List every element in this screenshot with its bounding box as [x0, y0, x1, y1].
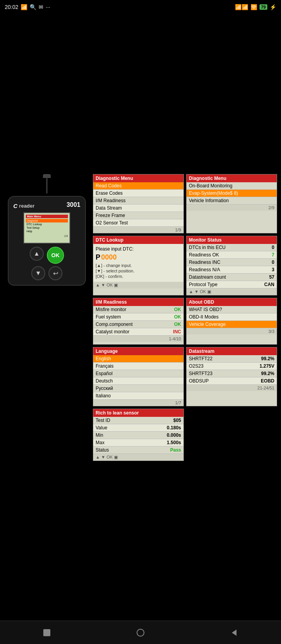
dtc-hint-1: [▲] - change input. — [96, 263, 181, 268]
signal-icon: 📶📶 — [235, 4, 248, 10]
ds-o2s23-row: O2S23 1.275V — [187, 363, 277, 370]
lang-francais[interactable]: Français — [93, 363, 183, 370]
scanner-model: 3001 — [66, 201, 80, 208]
battery-percent: 79 — [260, 4, 267, 10]
rtl-testid-row: Test ID $05 — [93, 417, 183, 424]
lang-deutsch[interactable]: Deutsch — [93, 377, 183, 385]
battery-icon: ⚡ — [270, 4, 276, 10]
device-screen-page: 1/4 — [26, 235, 68, 237]
about-obd-footer: 3/3 — [187, 328, 277, 334]
rich-to-lean-header: Rich to lean sensor — [93, 409, 183, 417]
diag-menu-2-footer: 2/9 — [187, 205, 277, 211]
about-obd-panel: About OBD WHAT IS OBD? OBD-II Modes Vehi… — [186, 298, 277, 345]
status-bar: 20:02 📶 🔍 ✉ ··· 📶📶 🛜 79 ⚡ — [0, 0, 281, 14]
datastream-panel: Datastream SHRTFT22 99.2% O2S23 1.275V S… — [186, 347, 277, 406]
lang-russian[interactable]: Русский — [93, 385, 183, 392]
rtl-max-row: Max 1.500s — [93, 439, 183, 447]
datastream-header: Datastream — [187, 347, 277, 355]
diag-menu-1-footer: 1/9 — [93, 227, 183, 233]
dtc-prompt: Please input DTC: — [96, 246, 181, 252]
diag-menu-2-vehicle-info[interactable]: Vehicle Information — [187, 197, 277, 205]
diag-menu-1-read-codes[interactable]: Read Codes — [93, 182, 183, 190]
diag-menu-1-data-stream[interactable]: Data Stream — [93, 205, 183, 212]
ds-obdsup-row: OBDSUP EOBD — [187, 377, 277, 385]
device-screen-item-dtc[interactable]: DTC Lookup — [26, 222, 68, 226]
nav-square-icon[interactable] — [39, 625, 55, 640]
dtc-input-area: Please input DTC: P0000 [▲] - change inp… — [93, 244, 183, 282]
bottom-nav — [0, 621, 281, 644]
dtc-hint-2: [▼] - select position. — [96, 269, 181, 273]
language-header: Language — [93, 347, 183, 355]
diagnostic-menu-2-panel: Diagnostic Menu On-Board Monitoring Evap… — [186, 174, 277, 233]
im-fuel-row: Fuel system OK — [93, 313, 183, 321]
cable-connector — [43, 174, 51, 178]
diag-menu-2-onboard[interactable]: On-Board Monitoring — [187, 182, 277, 190]
diag-menu-1-im-readiness[interactable]: I/M Readiness — [93, 197, 183, 205]
device-screen-item-toolsetup[interactable]: Tool Setup — [26, 226, 68, 229]
language-panel: Language English Français Español Deutsc… — [93, 347, 184, 406]
dtc-hint-3: [OK] - confirm. — [96, 274, 181, 279]
about-obd-coverage[interactable]: Vehicle Coverage — [187, 321, 277, 328]
status-right: 📶📶 🛜 79 ⚡ — [235, 4, 276, 10]
wifi-signal-icon: 🛜 — [251, 4, 257, 10]
btn-up[interactable]: ▲ — [30, 247, 44, 261]
top-spacer — [0, 14, 281, 170]
diag-menu-1-freeze-frame[interactable]: Freeze Frame — [93, 212, 183, 219]
about-obd-modes[interactable]: OBD-II Modes — [187, 313, 277, 321]
dtc-code[interactable]: P0000 — [96, 253, 181, 262]
cable-wire — [46, 178, 48, 194]
scanner-button-row1: ▲ OK — [13, 247, 80, 264]
rtl-status-row: Status Pass — [93, 447, 183, 454]
device-screen-item-help[interactable]: Help — [26, 229, 68, 233]
im-catalyst-row: Catalyst monitor INC — [93, 328, 183, 336]
nav-back-icon[interactable] — [226, 625, 242, 640]
message-icon: ✉ — [39, 4, 43, 10]
dtc-lookup-header: DTC Lookup — [93, 236, 183, 244]
monitor-protocol-row: Protocol Type CAN — [187, 281, 277, 288]
im-comp-row: Comp.component OK — [93, 321, 183, 328]
search-icon: 🔍 — [30, 4, 36, 10]
monitor-status-header: Monitor Status — [187, 236, 277, 244]
monitor-footer: ▲ ▼ OK ▣ — [187, 288, 277, 295]
monitor-readiness-na-row: Readiness N/A 3 — [187, 266, 277, 274]
language-footer: 1/7 — [93, 400, 183, 406]
diag-menu-1-header: Diagnostic Menu — [93, 174, 183, 182]
svg-point-1 — [137, 629, 144, 636]
diag-menu-1-erase-codes[interactable]: Erase Codes — [93, 190, 183, 197]
lang-english[interactable]: English — [93, 355, 183, 363]
btn-back[interactable]: ↩ — [48, 266, 62, 280]
diag-menu-2-header: Diagnostic Menu — [187, 174, 277, 182]
rtl-value-row: Value 0.180s — [93, 424, 183, 432]
nav-circle-icon[interactable] — [133, 625, 148, 640]
diag-menu-1-o2-sensor[interactable]: O2 Sensor Test — [93, 219, 183, 227]
screens-grid: Diagnostic Menu Read Codes Erase Codes I… — [93, 174, 277, 461]
more-icon: ··· — [46, 4, 50, 10]
device-area: C reader 3001 Main Menu Diagnose DTC Loo… — [0, 170, 281, 465]
im-readiness-panel: I/M Readiness Misfire monitor OK Fuel sy… — [93, 298, 184, 345]
scanner-body: C reader 3001 Main Menu Diagnose DTC Loo… — [8, 196, 86, 286]
diag-menu-2-evap[interactable]: Evap-System(Mode$ 8) — [187, 190, 277, 197]
dtc-num-chars: 0000 — [101, 253, 117, 262]
monitor-datastream-count-row: Datastream count 57 — [187, 274, 277, 281]
bottom-spacer — [0, 465, 281, 644]
dtc-lookup-footer: ▲ ▼ OK ▣ — [93, 282, 183, 288]
svg-marker-2 — [232, 630, 237, 636]
ds-shrtft23-row: SHRTFT23 99.2% — [187, 370, 277, 377]
rtl-min-row: Min 0.000s — [93, 432, 183, 439]
btn-down[interactable]: ▼ — [31, 266, 45, 280]
scanner-brand: C reader — [13, 203, 35, 209]
about-obd-header: About OBD — [187, 298, 277, 306]
scanner-button-row2: ▼ ↩ — [13, 266, 80, 280]
im-misfire-row: Misfire monitor OK — [93, 306, 183, 313]
wifi-icon: 📶 — [21, 4, 27, 10]
datastream-footer: 21-24/51 — [187, 385, 277, 391]
ds-shrtft22-row: SHRTFT22 99.2% — [187, 355, 277, 363]
scanner-device: C reader 3001 Main Menu Diagnose DTC Loo… — [4, 174, 90, 461]
lang-italiano[interactable]: Italiano — [93, 392, 183, 400]
about-obd-what[interactable]: WHAT IS OBD? — [187, 306, 277, 313]
device-screen-item-diagnose[interactable]: Diagnose — [26, 219, 68, 222]
btn-ok[interactable]: OK — [47, 247, 64, 264]
im-readiness-header: I/M Readiness — [93, 298, 183, 306]
lang-espanol[interactable]: Español — [93, 370, 183, 377]
status-left: 20:02 📶 🔍 ✉ ··· — [5, 4, 50, 10]
